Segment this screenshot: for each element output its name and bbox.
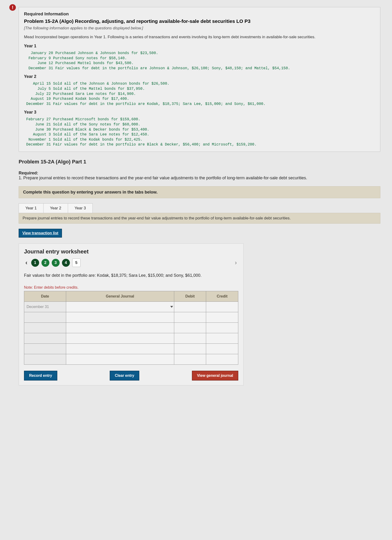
table-row xyxy=(24,333,238,344)
worksheet-title: Journal entry worksheet xyxy=(24,248,238,255)
col-credit: Credit xyxy=(206,291,238,302)
year3-transactions: February 27 Purchased Microsoft bonds fo… xyxy=(24,117,375,147)
credit-input[interactable] xyxy=(206,302,238,312)
debits-before-credits-note: Note: Enter debits before credits. xyxy=(24,285,238,290)
table-row: December 31 xyxy=(24,302,238,312)
journal-entry-worksheet: Journal entry worksheet ‹ 1 2 3 4 5 › Fa… xyxy=(19,243,244,385)
record-entry-button[interactable]: Record entry xyxy=(24,371,57,380)
col-general-journal: General Journal xyxy=(66,291,174,302)
year3-heading: Year 3 xyxy=(24,110,375,115)
col-debit: Debit xyxy=(174,291,206,302)
table-row xyxy=(24,323,238,333)
year2-transactions: April 15 Sold all of the Johnson & Johns… xyxy=(24,81,375,107)
alert-icon: ! xyxy=(9,4,16,11)
account-dropdown[interactable] xyxy=(66,333,174,344)
credit-input[interactable] xyxy=(206,354,238,365)
credit-input[interactable] xyxy=(206,312,238,323)
page-2[interactable]: 2 xyxy=(41,259,49,267)
date-cell xyxy=(24,333,66,344)
part-title: Problem 15-2A (Algo) Part 1 xyxy=(19,159,380,165)
chevron-down-icon xyxy=(170,306,173,308)
page-4[interactable]: 4 xyxy=(62,259,70,267)
narrative: Mead Incorporated began operations in Ye… xyxy=(24,35,375,39)
account-dropdown[interactable] xyxy=(66,312,174,323)
table-row xyxy=(24,344,238,354)
required-info-heading: Required Information xyxy=(24,11,375,17)
entry-description: Fair values for debt in the portfolio ar… xyxy=(24,273,238,278)
col-date: Date xyxy=(24,291,66,302)
applies-note: [The following information applies to th… xyxy=(24,26,375,30)
inner-instruction: Prepare journal entries to record these … xyxy=(19,213,380,224)
debit-input[interactable] xyxy=(174,323,206,333)
page-3[interactable]: 3 xyxy=(52,259,60,267)
date-cell xyxy=(24,354,66,365)
chevron-left-icon[interactable]: ‹ xyxy=(24,259,29,266)
tabs-instruction: Complete this question by entering your … xyxy=(19,186,380,198)
journal-entry-table: Date General Journal Debit Credit Decemb… xyxy=(24,291,238,365)
page-5[interactable]: 5 xyxy=(72,259,81,267)
date-cell xyxy=(24,344,66,354)
clear-entry-button[interactable]: Clear entry xyxy=(110,371,140,380)
tab-year1[interactable]: Year 1 xyxy=(19,203,44,213)
debit-input[interactable] xyxy=(174,333,206,344)
table-row xyxy=(24,312,238,323)
year-tabs: Year 1 Year 2 Year 3 xyxy=(19,203,380,213)
entry-pager: ‹ 1 2 3 4 5 › xyxy=(24,259,238,267)
page-1[interactable]: 1 xyxy=(31,259,39,267)
debit-input[interactable] xyxy=(174,344,206,354)
chevron-right-icon[interactable]: › xyxy=(233,259,238,266)
credit-input[interactable] xyxy=(206,344,238,354)
year1-heading: Year 1 xyxy=(24,44,375,49)
account-dropdown[interactable] xyxy=(66,354,174,365)
year1-transactions: January 20 Purchased Johnson & Johnson b… xyxy=(24,51,375,71)
table-row xyxy=(24,354,238,365)
credit-input[interactable] xyxy=(206,333,238,344)
date-cell xyxy=(24,323,66,333)
debit-input[interactable] xyxy=(174,354,206,365)
required-heading: Required: xyxy=(19,171,380,175)
required-body: 1. Prepare journal entries to record the… xyxy=(19,175,380,180)
worksheet-buttons: Record entry Clear entry View general jo… xyxy=(24,371,238,380)
year2-heading: Year 2 xyxy=(24,74,375,79)
date-cell: December 31 xyxy=(24,302,66,312)
date-cell xyxy=(24,312,66,323)
tab-year3[interactable]: Year 3 xyxy=(68,203,93,213)
view-general-journal-button[interactable]: View general journal xyxy=(192,371,238,380)
view-transaction-list-button[interactable]: View transaction list xyxy=(19,229,62,238)
problem-title: Problem 15-2A (Algo) Recording, adjustin… xyxy=(24,18,375,24)
debit-input[interactable] xyxy=(174,312,206,323)
account-dropdown[interactable] xyxy=(66,344,174,354)
required-information-box: Required Information Problem 15-2A (Algo… xyxy=(19,7,380,152)
account-dropdown[interactable] xyxy=(66,302,174,312)
credit-input[interactable] xyxy=(206,323,238,333)
account-dropdown[interactable] xyxy=(66,323,174,333)
debit-input[interactable] xyxy=(174,302,206,312)
tab-year2[interactable]: Year 2 xyxy=(44,203,68,213)
